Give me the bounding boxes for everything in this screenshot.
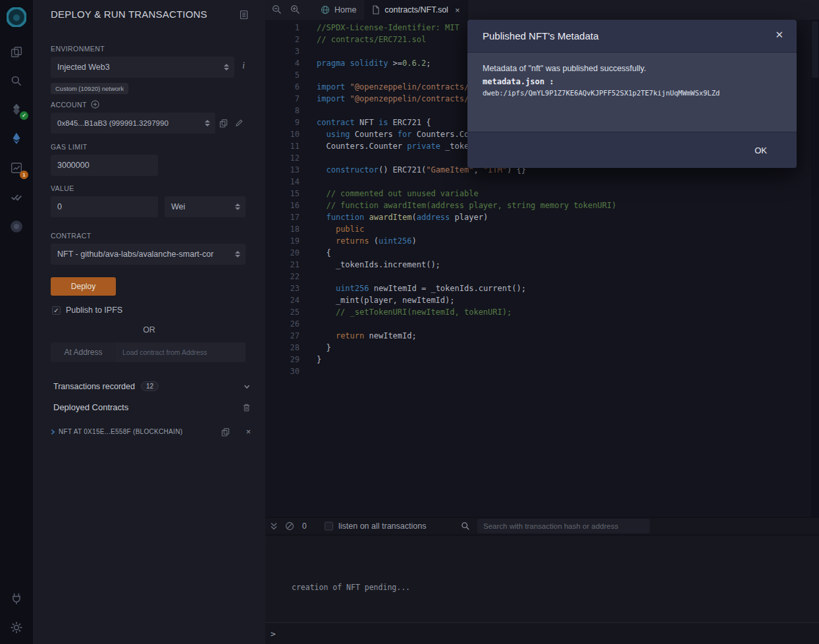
deploy-and-run-icon[interactable] xyxy=(0,130,33,147)
docs-icon[interactable] xyxy=(240,10,248,20)
account-label: ACCOUNT xyxy=(51,101,87,109)
or-divider: OR xyxy=(33,325,265,335)
close-tab-icon[interactable]: × xyxy=(455,5,460,15)
code-line: 30 xyxy=(265,365,819,377)
code-line: 17 function awardItem(address player) xyxy=(265,211,819,223)
ok-button[interactable]: OK xyxy=(748,142,774,159)
search-icon[interactable] xyxy=(0,72,33,90)
code-line: 26 xyxy=(265,318,819,330)
collapse-terminal-icon[interactable] xyxy=(269,522,278,531)
code-line: 29} xyxy=(265,354,819,365)
modal-header: Published NFT's Metadata ✕ xyxy=(467,20,797,53)
ipfs-url: dweb:/ipfs/QmYL9P1Z7KE6AQvKJPFF52SX1p2TE… xyxy=(483,89,781,97)
deploy-button[interactable]: Deploy xyxy=(51,277,116,296)
add-account-icon[interactable] xyxy=(91,100,99,109)
contract-label: CONTRACT xyxy=(51,232,92,240)
solidity-compiler-icon[interactable]: ✓ xyxy=(0,101,33,118)
environment-select[interactable]: Injected Web3 xyxy=(51,57,234,78)
select-caret-icon xyxy=(235,251,240,257)
code-line: 18 public xyxy=(265,223,819,235)
modal-footer: OK xyxy=(467,132,797,168)
code-line: 14 xyxy=(265,176,819,188)
activity-bar: ✓ 1 xyxy=(0,0,33,644)
code-line: 21 _tokenIds.increment(); xyxy=(265,259,819,271)
contract-select[interactable]: NFT - github/ava-labs/avalanche-smart-co… xyxy=(51,244,246,265)
static-analysis-icon[interactable]: 1 xyxy=(0,159,33,176)
expand-chevron-icon[interactable] xyxy=(49,427,57,437)
plugin-circle-icon[interactable] xyxy=(0,218,33,235)
publish-ipfs-checkbox[interactable]: ✓ xyxy=(52,306,61,315)
select-caret-icon xyxy=(224,64,229,70)
terminal-search-input[interactable] xyxy=(477,519,650,533)
code-line: 25 // _setTokenURI(newItemId, tokenURI); xyxy=(265,306,819,318)
gas-limit-label: GAS LIMIT xyxy=(51,143,88,151)
published-metadata-modal: Published NFT's Metadata ✕ Metadata of "… xyxy=(467,20,797,168)
analysis-count-badge: 1 xyxy=(20,171,28,179)
environment-info-icon[interactable]: i xyxy=(242,61,245,71)
metadata-file-label: metadata.json : xyxy=(483,77,781,86)
zoom-out-icon[interactable] xyxy=(272,5,282,15)
publish-ipfs-label: Publish to IPFS xyxy=(66,306,122,315)
select-caret-icon xyxy=(205,120,210,126)
globe-icon xyxy=(321,5,330,14)
terminal-toolbar: 0 listen on all transactions xyxy=(265,517,819,535)
at-address-button[interactable]: At Address xyxy=(51,342,116,362)
modal-message: Metadata of "nft" was published successf… xyxy=(483,64,781,73)
modal-title: Published NFT's Metadata xyxy=(483,30,598,41)
code-line: 20 { xyxy=(265,247,819,259)
panel-title: DEPLOY & RUN TRANSACTIONS xyxy=(51,9,207,20)
log-line: creation of NFT pending... xyxy=(292,583,410,592)
unit-testing-icon[interactable] xyxy=(0,188,33,205)
tab-nft-sol[interactable]: contracts/NFT.sol × xyxy=(364,0,467,20)
code-line: 19 returns (uint256) xyxy=(265,235,819,247)
pending-count: 0 xyxy=(302,522,307,531)
code-line: 23 uint256 newItemId = _tokenIds.current… xyxy=(265,282,819,294)
remove-contract-icon[interactable]: × xyxy=(246,427,251,437)
listen-all-checkbox[interactable] xyxy=(325,522,333,531)
compiler-success-badge: ✓ xyxy=(20,111,28,120)
copy-account-icon[interactable] xyxy=(219,119,228,128)
modal-close-icon[interactable]: ✕ xyxy=(775,29,783,41)
deployed-contracts-label: Deployed Contracts xyxy=(53,402,128,412)
code-line: 27 return newItemId; xyxy=(265,330,819,342)
value-unit-select[interactable]: Wei xyxy=(165,196,246,217)
network-badge: Custom (10920) network xyxy=(51,83,128,94)
trash-icon[interactable] xyxy=(242,403,251,412)
value-input[interactable] xyxy=(51,196,158,217)
editor-scrollbar[interactable] xyxy=(811,20,819,517)
terminal-search-icon xyxy=(461,522,470,531)
zoom-in-icon[interactable] xyxy=(290,5,301,15)
environment-label: ENVIRONMENT xyxy=(51,45,105,53)
gas-limit-input[interactable] xyxy=(51,155,158,176)
settings-gear-icon[interactable] xyxy=(0,619,33,636)
transactions-recorded-label: Transactions recorded xyxy=(53,382,135,391)
tab-home[interactable]: Home xyxy=(313,0,364,20)
code-line: 24 _mint(player, newItemId); xyxy=(265,294,819,306)
scrollbar-thumb[interactable] xyxy=(812,21,818,78)
code-line: 28 } xyxy=(265,342,819,354)
select-caret-icon xyxy=(235,203,240,210)
code-line: 16 // function awardItem(address player,… xyxy=(265,200,819,211)
copy-contract-icon[interactable] xyxy=(221,427,230,437)
terminal-log[interactable]: creation of NFT pending... xyxy=(265,535,819,622)
plugin-manager-icon[interactable] xyxy=(0,590,33,607)
modal-body: Metadata of "nft" was published successf… xyxy=(467,53,797,132)
remix-logo-icon[interactable] xyxy=(0,7,33,28)
at-address-input[interactable] xyxy=(116,342,246,362)
account-select[interactable]: 0x845...B1aB3 (999991.3297990 xyxy=(51,113,215,134)
transactions-count-badge: 12 xyxy=(141,381,159,391)
clear-console-icon[interactable] xyxy=(285,522,294,531)
deployed-contract-row[interactable]: NFT AT 0X15E...E558F (BLOCKCHAIN) × xyxy=(49,427,251,437)
deploy-run-panel: DEPLOY & RUN TRANSACTIONS ENVIRONMENT In… xyxy=(33,0,265,644)
collapse-chevron-icon[interactable] xyxy=(243,383,251,390)
file-icon xyxy=(372,5,380,14)
value-label: VALUE xyxy=(51,184,74,192)
terminal-panel: 0 listen on all transactions creation of… xyxy=(265,517,819,644)
editor-tabbar: Home contracts/NFT.sol × xyxy=(265,0,819,20)
file-explorer-icon[interactable] xyxy=(0,43,33,61)
listen-all-label: listen on all transactions xyxy=(338,522,426,531)
terminal-prompt[interactable]: > xyxy=(265,622,819,644)
code-line: 22 xyxy=(265,271,819,282)
edit-pencil-icon[interactable] xyxy=(235,119,244,127)
code-line: 15 // commented out unused variable xyxy=(265,188,819,200)
